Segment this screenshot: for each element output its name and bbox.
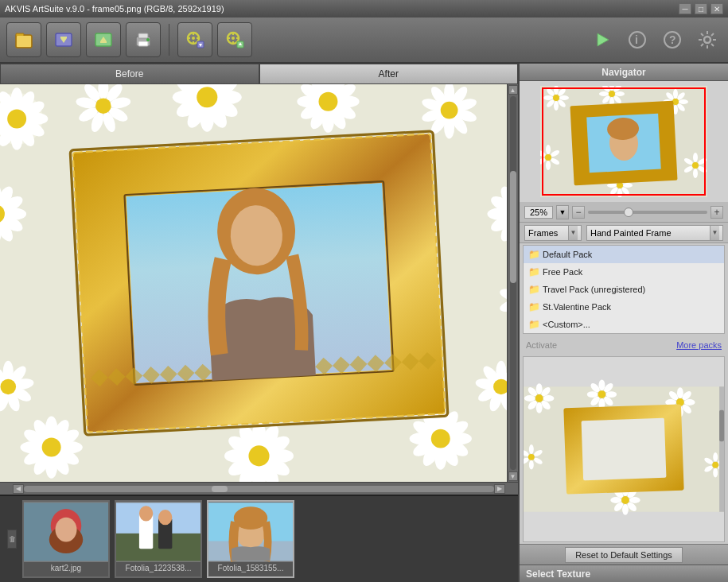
- pack-folder-icon-2: 📁: [528, 266, 539, 277]
- svg-point-303: [536, 383, 543, 394]
- effect-name-dropdown[interactable]: Hand Painted Frame ▼: [586, 225, 723, 241]
- toolbar-right: i ?: [588, 25, 722, 54]
- film-label-2: Fotolia_1223538...: [116, 562, 200, 574]
- effect-name-arrow: ▼: [710, 226, 719, 240]
- svg-point-340: [713, 468, 718, 478]
- svg-point-277: [546, 161, 551, 170]
- more-packs-link[interactable]: More packs: [676, 340, 722, 350]
- save-out-button[interactable]: [86, 22, 121, 57]
- pack-list: 📁 Default Pack 📁 Free Pack 📁 Travel Pack…: [523, 245, 725, 334]
- effect-type-dropdown[interactable]: Frames ▼: [524, 225, 582, 241]
- film-label-1: kart2.jpg: [24, 562, 108, 574]
- info-button[interactable]: i: [623, 25, 652, 54]
- canvas-area[interactable]: ▲ ▼: [0, 84, 518, 482]
- svg-point-350: [610, 497, 621, 503]
- svg-point-320: [598, 390, 606, 398]
- close-button[interactable]: ✕: [710, 3, 723, 14]
- svg-point-309: [524, 395, 535, 402]
- zoom-slider-thumb[interactable]: [624, 208, 633, 217]
- settings-load-button[interactable]: [177, 22, 212, 57]
- pack-folder-icon: 📁: [528, 249, 539, 260]
- filmstrip-item-2[interactable]: Fotolia_1223538...: [115, 500, 202, 578]
- svg-point-307: [536, 402, 543, 413]
- svg-point-333: [529, 460, 534, 470]
- vertical-scrollbar[interactable]: ▲ ▼: [507, 84, 518, 482]
- scroll-track: [510, 96, 516, 470]
- select-texture-bar: Select Texture: [520, 565, 728, 582]
- zoom-minus-button[interactable]: −: [572, 206, 585, 219]
- play-button[interactable]: [588, 25, 617, 54]
- toolbar: i ?: [0, 17, 728, 64]
- film-thumb-2: [116, 502, 200, 562]
- svg-line-41: [711, 44, 714, 46]
- svg-rect-10: [138, 33, 148, 38]
- scroll-right-button[interactable]: ▶: [494, 484, 505, 494]
- svg-point-290: [623, 183, 633, 188]
- open-button[interactable]: [6, 22, 41, 57]
- pack-item-travel[interactable]: 📁 Travel Pack (unregistered): [524, 281, 724, 298]
- svg-point-249: [559, 95, 569, 100]
- svg-point-157: [248, 445, 269, 466]
- maximize-button[interactable]: □: [695, 3, 707, 14]
- activate-button: Activate: [526, 340, 557, 350]
- scroll-track-h: [24, 486, 494, 492]
- svg-point-251: [554, 101, 559, 111]
- film-thumb-3: [208, 502, 293, 562]
- scroll-thumb[interactable]: [510, 171, 516, 283]
- svg-line-42: [711, 33, 714, 36]
- scroll-left-button[interactable]: ◀: [13, 484, 24, 494]
- svg-point-241: [158, 510, 172, 525]
- svg-point-262: [599, 91, 609, 96]
- svg-line-43: [701, 44, 703, 46]
- zoom-bar: 25% ▼ − +: [520, 202, 728, 223]
- svg-point-180: [1, 379, 17, 395]
- right-panel: Navigator: [518, 64, 728, 582]
- help-button[interactable]: ?: [658, 25, 687, 54]
- svg-point-284: [693, 169, 698, 178]
- pack-item-default[interactable]: 📁 Default Pack: [524, 246, 724, 263]
- app-settings-button[interactable]: [693, 25, 722, 54]
- svg-marker-29: [598, 33, 609, 46]
- svg-point-314: [605, 391, 617, 398]
- bottom-buttons: Reset to Default Settings: [520, 544, 728, 565]
- app-title: AKVIS ArtSuite v.9.0 - frame05.png (RGB/…: [5, 4, 224, 14]
- svg-point-253: [543, 95, 553, 100]
- pack-folder-icon-3: 📁: [528, 284, 539, 295]
- tab-after[interactable]: After: [259, 64, 519, 84]
- filmstrip-scroll-left[interactable]: 🗑: [6, 499, 18, 579]
- tab-before[interactable]: Before: [0, 64, 259, 84]
- svg-point-274: [546, 145, 551, 154]
- settings-save-button[interactable]: [217, 22, 252, 57]
- svg-point-352: [621, 496, 629, 504]
- svg-point-305: [543, 395, 555, 402]
- navigator-thumbnail: [540, 86, 707, 197]
- svg-rect-356: [719, 410, 724, 441]
- svg-point-267: [679, 99, 688, 104]
- navigator-view[interactable]: [520, 81, 728, 202]
- pack-item-custom[interactable]: 📁 <Custom>...: [524, 316, 724, 333]
- save-in-button[interactable]: [46, 22, 81, 57]
- svg-point-280: [545, 154, 551, 161]
- svg-point-346: [629, 497, 640, 503]
- tabs: Before After: [0, 64, 518, 84]
- zoom-plus-button[interactable]: +: [710, 206, 723, 219]
- svg-point-312: [599, 379, 605, 390]
- svg-point-255: [553, 95, 559, 101]
- minimize-button[interactable]: ─: [679, 3, 691, 14]
- filmstrip-item-3[interactable]: Fotolia_1583155...: [207, 500, 294, 578]
- scroll-thumb-h[interactable]: [212, 486, 228, 492]
- svg-point-94: [319, 92, 338, 111]
- scroll-up-button[interactable]: ▲: [508, 85, 518, 95]
- svg-line-40: [701, 33, 703, 36]
- window-controls[interactable]: ─ □ ✕: [679, 3, 723, 14]
- reset-settings-button[interactable]: Reset to Default Settings: [565, 547, 683, 563]
- pack-item-free[interactable]: 📁 Free Pack: [524, 263, 724, 281]
- horizontal-scrollbar[interactable]: ◀ ▶: [0, 482, 518, 495]
- filmstrip-item-1[interactable]: kart2.jpg: [22, 500, 110, 578]
- print-button[interactable]: [126, 22, 161, 57]
- zoom-dropdown-button[interactable]: ▼: [556, 205, 569, 219]
- pack-folder-icon-4: 📁: [528, 301, 539, 312]
- scroll-down-button[interactable]: ▼: [508, 471, 518, 481]
- zoom-slider[interactable]: [588, 211, 707, 214]
- pack-item-valentine[interactable]: 📁 St.Valentine Pack: [524, 298, 724, 316]
